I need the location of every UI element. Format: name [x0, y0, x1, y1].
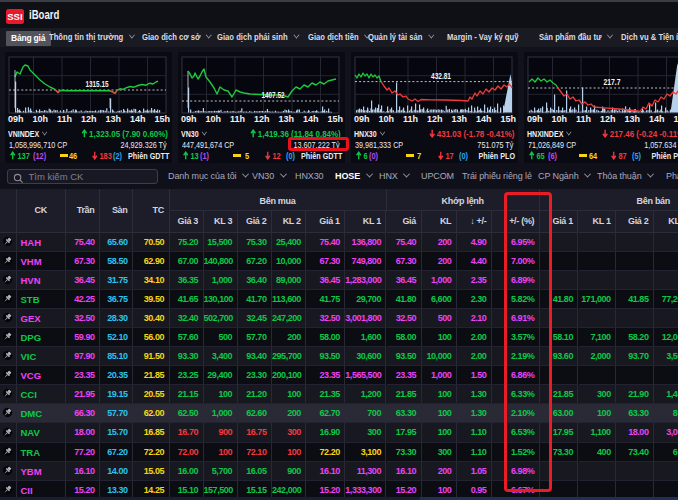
svg-text:1315.15: 1315.15: [86, 79, 109, 89]
svg-text:217.7: 217.7: [604, 77, 621, 87]
svg-text:432.81: 432.81: [431, 71, 451, 81]
svg-text:1407.52: 1407.52: [262, 90, 285, 100]
